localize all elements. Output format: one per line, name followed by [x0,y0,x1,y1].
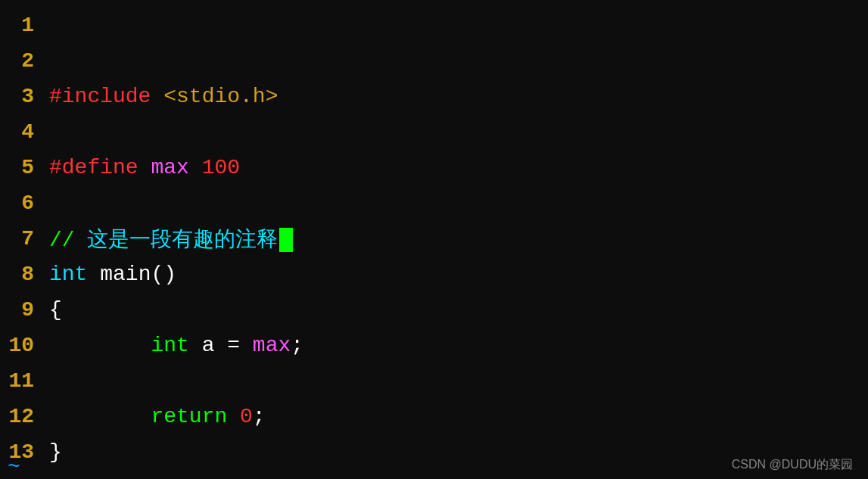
code-line: 1 [0,8,868,43]
code-line: 10 int a = max; [0,328,868,363]
token: int [49,263,100,286]
code-line: 11 [0,363,868,399]
line-number: 8 [8,263,49,286]
line-number: 9 [8,298,49,322]
code-line: 7// 这是一段有趣的注释 [0,221,868,257]
token: int [49,334,202,357]
code-line: 4 [0,114,868,150]
line-number: 7 [8,227,49,250]
code-line: 5#define max 100 [0,150,868,185]
token: 0 [240,405,253,428]
token: ; [253,405,266,428]
line-content: int main() [49,263,176,286]
token: 100 [202,156,240,179]
token: a = [202,334,253,357]
line-number: 5 [8,156,49,179]
tilde-symbol: ~ [8,456,20,479]
token: #include [49,85,163,108]
code-line: 12 return 0; [0,399,868,434]
code-editor: 123#include <stdio.h>45#define max 10067… [0,0,868,479]
code-line: 3#include <stdio.h> [0,79,868,114]
line-content: { [49,298,62,322]
line-number: 1 [8,14,49,37]
token: } [49,440,62,464]
token: 这是一段有趣的注释 [87,229,278,252]
line-content: } [49,440,62,464]
line-number: 12 [8,405,49,428]
token: main() [100,263,176,286]
line-content: #define max 100 [49,156,240,179]
line-number: 3 [8,85,49,108]
line-content: int a = max; [49,334,303,357]
code-line: 9{ [0,292,868,328]
line-number: 11 [8,369,49,393]
token: <stdio.h> [163,85,278,108]
token: #define [49,156,151,179]
token: // [49,229,87,252]
watermark: CSDN @DUDU的菜园 [732,457,853,473]
token: ; [291,334,303,357]
code-line: 2 [0,43,868,79]
token: max [253,334,291,357]
line-number: 2 [8,49,49,73]
text-cursor [279,228,293,252]
line-content: #include <stdio.h> [49,85,278,108]
token: { [49,298,62,322]
token: max [151,156,201,179]
line-number: 4 [8,120,49,144]
code-line: 8int main() [0,257,868,292]
token: return [49,405,240,428]
line-number: 6 [8,191,49,215]
line-content: // 这是一段有趣的注释 [49,225,293,253]
line-content: return 0; [49,405,266,428]
line-number: 10 [8,334,49,357]
code-line: 6 [0,185,868,221]
